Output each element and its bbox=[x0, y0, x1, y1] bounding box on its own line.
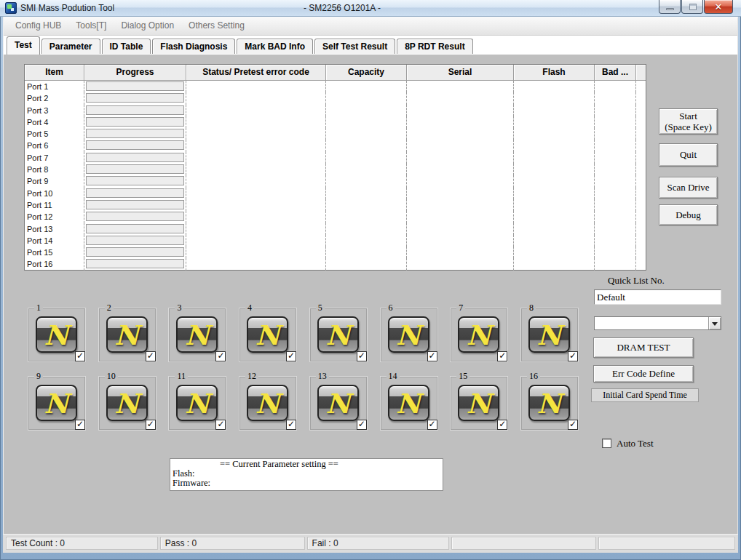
err-code-define-button[interactable]: Err Code Define bbox=[593, 365, 694, 383]
table-cell bbox=[636, 223, 646, 235]
table-cell bbox=[186, 175, 326, 187]
auto-test-checkbox[interactable] bbox=[602, 439, 611, 448]
menu-item-others-setting[interactable]: Others Setting bbox=[181, 17, 252, 35]
tab-self-test-result[interactable]: Self Test Result bbox=[314, 39, 395, 54]
device-icon: N bbox=[176, 316, 218, 353]
debug-button[interactable]: Debug bbox=[659, 204, 718, 225]
device-icon: N bbox=[458, 316, 499, 353]
table-cell bbox=[186, 223, 326, 235]
table-cell bbox=[636, 116, 646, 128]
progress-bar bbox=[86, 200, 184, 209]
port-label: Port 7 bbox=[25, 152, 84, 164]
ports-table: ItemProgressStatus/ Pretest error codeCa… bbox=[24, 64, 646, 271]
check-icon: ✓ bbox=[429, 419, 436, 429]
slot-checkbox[interactable]: ✓ bbox=[568, 420, 578, 430]
progress-bar bbox=[86, 129, 184, 138]
n-letter: N bbox=[530, 388, 568, 420]
tab-flash-diagnosis[interactable]: Flash Diagnosis bbox=[152, 39, 235, 54]
table-cell bbox=[186, 152, 326, 164]
table-cell bbox=[595, 211, 636, 223]
table-cell bbox=[407, 81, 514, 92]
table-cell bbox=[636, 211, 646, 223]
slot-checkbox[interactable]: ✓ bbox=[215, 351, 226, 361]
slot-checkbox[interactable]: ✓ bbox=[497, 351, 507, 361]
initial-card-spend-time-button[interactable]: Initial Card Spend Time bbox=[591, 388, 699, 402]
quick-list-label: Quick List No. bbox=[608, 275, 665, 287]
tab-test[interactable]: Test bbox=[7, 36, 40, 55]
n-letter: N bbox=[389, 319, 428, 351]
quick-list-input[interactable] bbox=[594, 289, 721, 305]
tab-mark-bad-info[interactable]: Mark BAD Info bbox=[237, 39, 313, 54]
slot-checkbox[interactable]: ✓ bbox=[357, 351, 367, 361]
table-cell bbox=[636, 199, 646, 211]
progress-bar bbox=[86, 212, 184, 221]
table-cell bbox=[407, 247, 514, 258]
slot-checkbox[interactable]: ✓ bbox=[568, 351, 578, 361]
progress-bar bbox=[86, 117, 184, 127]
close-button[interactable]: ✕ bbox=[704, 0, 733, 14]
menu-item-dialog-option[interactable]: Dialog Option bbox=[114, 17, 181, 35]
table-cell bbox=[514, 247, 595, 258]
table-cell bbox=[636, 235, 646, 247]
table-cell bbox=[636, 258, 646, 270]
table-cell bbox=[595, 92, 636, 104]
n-letter: N bbox=[108, 319, 146, 351]
menu-item-config-hub[interactable]: Config HUB bbox=[8, 17, 68, 35]
port-label: Port 13 bbox=[25, 223, 84, 235]
slot-checkbox[interactable]: ✓ bbox=[427, 420, 437, 430]
table-cell bbox=[514, 116, 595, 128]
table-cell bbox=[514, 140, 595, 151]
table-cell bbox=[326, 199, 407, 211]
check-icon: ✓ bbox=[288, 351, 295, 361]
maximize-icon bbox=[689, 4, 697, 10]
quit-button[interactable]: Quit bbox=[659, 143, 718, 167]
slot-checkbox[interactable]: ✓ bbox=[427, 351, 437, 361]
slot-checkbox[interactable]: ✓ bbox=[357, 420, 367, 430]
tab-parameter[interactable]: Parameter bbox=[41, 39, 100, 54]
slot-checkbox[interactable]: ✓ bbox=[215, 420, 226, 430]
close-icon: ✕ bbox=[705, 1, 732, 12]
n-letter: N bbox=[389, 388, 428, 420]
window-subtitle: - SM2256 O1201A - bbox=[258, 3, 426, 13]
slot-number: 10 bbox=[105, 371, 118, 382]
slot-checkbox[interactable]: ✓ bbox=[286, 351, 296, 361]
port-label: Port 9 bbox=[25, 175, 84, 187]
port-label: Port 5 bbox=[25, 128, 84, 140]
chevron-down-icon bbox=[712, 322, 718, 326]
table-cell bbox=[326, 247, 407, 258]
menu-item-tools-t[interactable]: Tools[T] bbox=[68, 17, 114, 35]
progress-cell bbox=[84, 164, 186, 175]
slot-checkbox[interactable]: ✓ bbox=[497, 420, 507, 430]
n-letter: N bbox=[178, 319, 216, 351]
maximize-button[interactable] bbox=[681, 0, 703, 14]
slot-checkbox[interactable]: ✓ bbox=[146, 351, 156, 361]
window-titlebar: SMI Mass Podution Tool - SM2256 O1201A -… bbox=[0, 0, 741, 17]
quick-list-combobox[interactable] bbox=[594, 316, 721, 330]
status-pane-fail: Fail : 0 bbox=[307, 537, 450, 550]
slot-checkbox[interactable]: ✓ bbox=[75, 351, 85, 361]
dram-test-button[interactable]: DRAM TEST bbox=[593, 337, 694, 358]
table-cell bbox=[514, 128, 595, 140]
minimize-button[interactable] bbox=[659, 0, 681, 14]
progress-bar bbox=[86, 224, 184, 233]
n-letter: N bbox=[108, 388, 146, 420]
minimize-icon bbox=[666, 8, 674, 10]
slot-checkbox[interactable]: ✓ bbox=[75, 420, 85, 430]
port-label: Port 16 bbox=[25, 258, 84, 270]
tab-8p-rdt-result[interactable]: 8P RDT Result bbox=[397, 39, 472, 54]
slot-checkbox[interactable]: ✓ bbox=[146, 420, 156, 430]
combo-dropdown-button[interactable] bbox=[708, 317, 721, 329]
port-label: Port 1 bbox=[25, 81, 84, 92]
device-slot-7: 7N✓ bbox=[450, 308, 508, 362]
tab-id-table[interactable]: ID Table bbox=[102, 39, 151, 54]
start-button[interactable]: Start (Space Key) bbox=[659, 108, 718, 135]
table-row: Port 5 bbox=[25, 128, 646, 140]
n-letter: N bbox=[459, 388, 498, 420]
scan-drive-button[interactable]: Scan Drive bbox=[659, 177, 718, 199]
table-cell bbox=[514, 81, 595, 92]
n-letter: N bbox=[37, 319, 76, 351]
table-cell bbox=[636, 247, 646, 258]
slot-checkbox[interactable]: ✓ bbox=[286, 420, 296, 430]
table-cell bbox=[407, 164, 514, 175]
table-cell bbox=[514, 105, 595, 116]
